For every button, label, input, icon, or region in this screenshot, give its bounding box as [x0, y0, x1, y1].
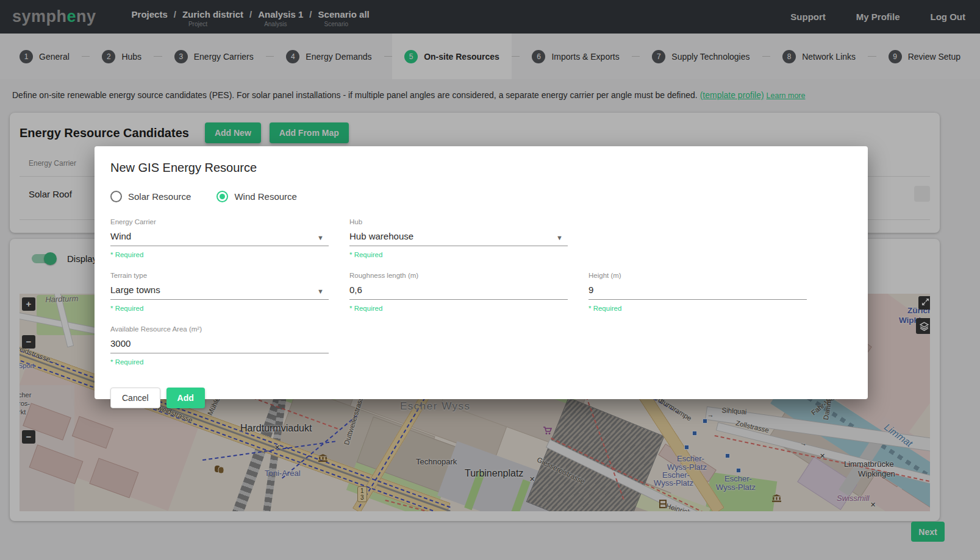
energy-carrier-field: Energy Carrier Wind ▼ * Required	[110, 218, 329, 258]
required-hint: * Required	[349, 251, 568, 258]
roughness-length-field: Roughness length (m) * Required	[349, 272, 568, 312]
energy-carrier-select[interactable]: Wind ▼	[110, 225, 329, 246]
field-label: Available Resource Area (m²)	[110, 325, 329, 333]
height-input[interactable]	[588, 279, 807, 300]
cancel-button[interactable]: Cancel	[110, 388, 160, 408]
required-hint: * Required	[110, 251, 329, 258]
terrain-type-field: Terrain type Large towns ▼ * Required	[110, 272, 329, 312]
field-label: Roughness length (m)	[349, 272, 568, 279]
wind-resource-radio[interactable]: Wind Resource	[216, 191, 297, 202]
radio-label: Wind Resource	[234, 191, 297, 202]
terrain-type-select[interactable]: Large towns ▼	[110, 279, 329, 300]
hub-select[interactable]: Hub warehouse ▼	[349, 225, 568, 246]
required-hint: * Required	[588, 305, 807, 312]
roughness-length-input[interactable]	[349, 279, 568, 300]
height-field: Height (m) * Required	[588, 272, 807, 312]
field-value: Large towns	[110, 285, 160, 295]
chevron-down-icon: ▼	[317, 288, 324, 295]
radio-circle-icon	[110, 191, 122, 202]
chevron-down-icon: ▼	[556, 234, 563, 241]
modal-title: New GIS Energy Resource	[110, 161, 852, 175]
add-button[interactable]: Add	[166, 388, 205, 408]
solar-resource-radio[interactable]: Solar Resource	[110, 191, 191, 202]
field-value: Hub warehouse	[349, 231, 413, 241]
field-label: Terrain type	[110, 272, 329, 279]
spacer-cell	[588, 218, 807, 258]
field-label: Hub	[349, 218, 568, 225]
available-resource-area-input[interactable]	[110, 333, 329, 353]
resource-type-radio-group: Solar Resource Wind Resource	[110, 191, 852, 202]
field-label: Height (m)	[588, 272, 807, 279]
required-hint: * Required	[110, 305, 329, 312]
field-value: Wind	[110, 231, 131, 241]
radio-circle-icon	[216, 191, 228, 202]
available-resource-area-field: Available Resource Area (m²) * Required	[110, 325, 329, 366]
hub-field: Hub Hub warehouse ▼ * Required	[349, 218, 568, 258]
required-hint: * Required	[110, 358, 329, 366]
field-label: Energy Carrier	[110, 218, 329, 225]
chevron-down-icon: ▼	[317, 234, 324, 241]
radio-label: Solar Resource	[128, 191, 191, 202]
new-gis-energy-resource-modal: New GIS Energy Resource Solar Resource W…	[95, 146, 868, 399]
required-hint: * Required	[349, 305, 568, 312]
